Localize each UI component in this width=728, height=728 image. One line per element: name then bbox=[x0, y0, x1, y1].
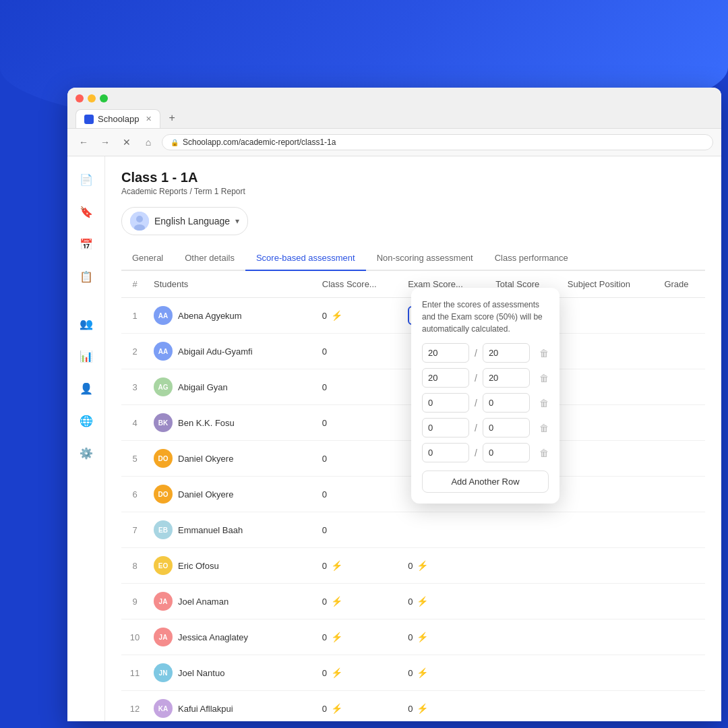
browser-tab-schoolapp[interactable]: Schoolapp ✕ bbox=[75, 109, 160, 128]
tab-class-performance[interactable]: Class performance bbox=[484, 246, 579, 271]
address-bar[interactable]: 🔒 Schoolapp.com/academic-report/class1-1… bbox=[162, 134, 713, 150]
popup-input-1a[interactable] bbox=[422, 343, 469, 363]
forward-button[interactable]: → bbox=[97, 134, 113, 150]
lightning-icon[interactable]: ⚡ bbox=[331, 596, 342, 607]
subject-avatar bbox=[130, 212, 149, 231]
popup-input-2a[interactable] bbox=[422, 368, 469, 388]
student-name: Joel Nantuo bbox=[178, 668, 224, 678]
lightning-icon[interactable]: ⚡ bbox=[417, 703, 428, 714]
popup-input-4b[interactable] bbox=[483, 418, 530, 437]
home-button[interactable]: ⌂ bbox=[140, 134, 156, 150]
tab-score-based[interactable]: Score-based assessment bbox=[245, 246, 366, 271]
student-name: Kafui Afllakpui bbox=[178, 704, 233, 714]
lightning-icon[interactable]: ⚡ bbox=[331, 310, 342, 321]
lightning-icon[interactable]: ⚡ bbox=[331, 667, 342, 678]
main-area: Class 1 - 1A Academic Reports / Term 1 R… bbox=[105, 156, 721, 721]
class-score-value: 0 bbox=[322, 382, 327, 392]
table-row: 9 JAJoel Anaman 0⚡ 0⚡ bbox=[121, 584, 705, 619]
lightning-icon[interactable]: ⚡ bbox=[417, 560, 428, 571]
maximize-window-button[interactable] bbox=[100, 94, 108, 102]
popup-row-1: / 🗑 bbox=[422, 343, 549, 363]
popup-row-3: / 🗑 bbox=[422, 393, 549, 413]
popup-divider: / bbox=[475, 398, 477, 408]
popup-divider: / bbox=[475, 373, 477, 384]
student-avatar: DO bbox=[154, 485, 173, 504]
score-popup: Enter the scores of assessments and the … bbox=[411, 288, 559, 504]
close-button[interactable]: ✕ bbox=[119, 134, 135, 150]
browser-window: Schoolapp ✕ + ← → ✕ ⌂ 🔒 Schoolapp.com/ac… bbox=[67, 88, 721, 721]
tabs-bar: General Other details Score-based assess… bbox=[121, 246, 705, 271]
svg-point-1 bbox=[136, 216, 143, 222]
grade-cell bbox=[659, 298, 705, 334]
student-name: Joel Anaman bbox=[178, 597, 229, 607]
delete-row-4-button[interactable]: 🗑 bbox=[539, 423, 549, 433]
page-header: Class 1 - 1A Academic Reports / Term 1 R… bbox=[121, 170, 705, 196]
student-avatar: JA bbox=[154, 628, 173, 646]
lightning-icon[interactable]: ⚡ bbox=[417, 596, 428, 607]
delete-row-5-button[interactable]: 🗑 bbox=[539, 448, 549, 458]
delete-row-3-button[interactable]: 🗑 bbox=[539, 398, 549, 408]
popup-input-5a[interactable] bbox=[422, 443, 469, 462]
class-score-cell: 0 ⚡ bbox=[317, 298, 402, 334]
lightning-icon[interactable]: ⚡ bbox=[331, 632, 342, 642]
sidebar-icon-person-add[interactable]: 👤 bbox=[74, 376, 98, 400]
col-students: Students bbox=[148, 271, 317, 298]
class-score-value: 0 bbox=[322, 489, 327, 499]
subject-selector[interactable]: English Language ▾ bbox=[121, 207, 248, 235]
sidebar: 📄 🔖 📅 📋 👥 📊 👤 🌐 ⚙️ bbox=[67, 156, 105, 721]
sidebar-icon-globe[interactable]: 🌐 bbox=[74, 408, 98, 433]
popup-divider: / bbox=[475, 448, 477, 458]
class-score-value: 0 bbox=[322, 632, 327, 642]
sidebar-icon-settings[interactable]: ⚙️ bbox=[74, 441, 98, 465]
chevron-down-icon: ▾ bbox=[235, 216, 239, 226]
popup-input-2b[interactable] bbox=[483, 368, 530, 388]
add-another-row-button[interactable]: Add Another Row bbox=[422, 471, 549, 493]
back-button[interactable]: ← bbox=[75, 134, 92, 150]
popup-input-1b[interactable] bbox=[483, 343, 530, 363]
sidebar-icon-users[interactable]: 👥 bbox=[74, 311, 98, 336]
class-score-value: 0 bbox=[322, 525, 327, 535]
student-name: Eric Ofosu bbox=[178, 561, 219, 571]
breadcrumb: Academic Reports / Term 1 Report bbox=[121, 187, 705, 196]
lightning-icon[interactable]: ⚡ bbox=[417, 632, 428, 642]
table-container: # Students Class Score... Exam Score... … bbox=[121, 271, 705, 721]
exam-score-value: 0 bbox=[408, 704, 413, 714]
class-score-value: 0 bbox=[322, 346, 327, 357]
student-name: Abena Agyekum bbox=[178, 311, 242, 321]
lightning-icon[interactable]: ⚡ bbox=[331, 703, 342, 714]
sidebar-icon-file[interactable]: 📋 bbox=[74, 264, 98, 289]
lightning-icon[interactable]: ⚡ bbox=[417, 667, 428, 678]
sidebar-icon-calendar[interactable]: 📅 bbox=[74, 232, 98, 256]
lock-icon: 🔒 bbox=[171, 139, 179, 146]
student-avatar: JA bbox=[154, 592, 173, 611]
class-score-value: 0 bbox=[322, 454, 327, 464]
col-subject-position: Subject Position bbox=[562, 271, 659, 298]
popup-input-4a[interactable] bbox=[422, 418, 469, 437]
popup-input-3b[interactable] bbox=[483, 393, 530, 413]
tab-other-details[interactable]: Other details bbox=[174, 246, 245, 271]
sidebar-icon-report[interactable]: 📊 bbox=[74, 344, 98, 368]
tab-close-button[interactable]: ✕ bbox=[146, 115, 152, 123]
lightning-icon[interactable]: ⚡ bbox=[331, 560, 342, 571]
new-tab-button[interactable]: + bbox=[163, 108, 180, 128]
delete-row-1-button[interactable]: 🗑 bbox=[539, 348, 549, 359]
breadcrumb-root: Academic Reports bbox=[121, 187, 187, 196]
class-score-value: 0 bbox=[322, 418, 327, 428]
tab-non-scoring[interactable]: Non-scoring assessment bbox=[366, 246, 484, 271]
table-row: 7 EBEmmanuel Baah 0 bbox=[121, 512, 705, 548]
delete-row-2-button[interactable]: 🗑 bbox=[539, 373, 549, 384]
minimize-window-button[interactable] bbox=[88, 94, 96, 102]
popup-input-5b[interactable] bbox=[483, 443, 530, 462]
close-window-button[interactable] bbox=[75, 94, 84, 102]
exam-score-value: 0 bbox=[408, 668, 413, 678]
url-display: Schoolapp.com/academic-report/class1-1a bbox=[183, 138, 336, 147]
popup-input-3a[interactable] bbox=[422, 393, 469, 413]
student-name: Abigail Gyan bbox=[178, 382, 228, 392]
student-avatar: JN bbox=[154, 663, 173, 682]
sidebar-icon-document[interactable]: 📄 bbox=[74, 167, 98, 191]
tab-general[interactable]: General bbox=[121, 246, 174, 271]
tab-label: Schoolapp bbox=[98, 114, 139, 124]
tab-favicon bbox=[84, 115, 94, 124]
sidebar-icon-bookmark[interactable]: 🔖 bbox=[74, 200, 98, 224]
popup-row-4: / 🗑 bbox=[422, 418, 549, 437]
